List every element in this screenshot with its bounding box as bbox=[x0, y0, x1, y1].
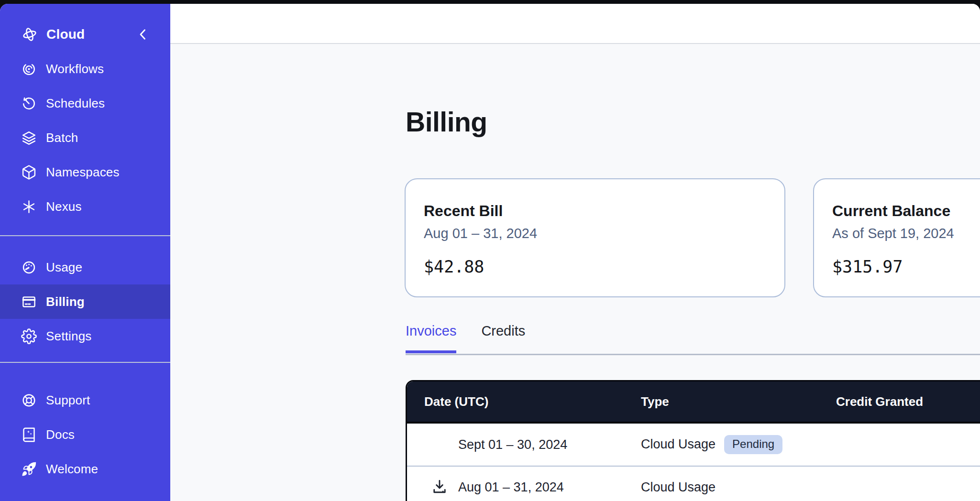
sidebar: Cloud Workflows bbox=[0, 4, 170, 501]
sidebar-item-settings[interactable]: Settings bbox=[0, 319, 170, 353]
card-as-of-date: As of Sept 19, 2024 bbox=[832, 226, 980, 241]
column-header-date: Date (UTC) bbox=[407, 394, 641, 409]
support-lifebuoy-icon bbox=[21, 392, 37, 408]
card-date-range: Aug 01 – 31, 2024 bbox=[424, 226, 766, 241]
sidebar-divider bbox=[0, 235, 170, 236]
sidebar-item-nexus[interactable]: Nexus bbox=[0, 189, 170, 224]
invoice-date: Sept 01 – 30, 2024 bbox=[458, 437, 567, 452]
usage-gauge-icon bbox=[21, 260, 37, 275]
nexus-asterisk-icon bbox=[21, 199, 37, 215]
tab-credits[interactable]: Credits bbox=[481, 323, 525, 353]
sidebar-collapse-button[interactable] bbox=[135, 26, 151, 43]
sidebar-item-label: Usage bbox=[46, 260, 82, 275]
batch-layers-icon bbox=[21, 130, 37, 146]
chevron-left-icon bbox=[135, 26, 151, 43]
download-icon-placeholder bbox=[430, 436, 449, 454]
invoice-row: Aug 01 – 31, 2024 Cloud Usage bbox=[407, 466, 980, 501]
sidebar-item-label: Workflows bbox=[46, 62, 104, 76]
sidebar-item-label: Billing bbox=[46, 294, 85, 309]
column-header-type: Type bbox=[641, 394, 836, 409]
table-header-row: Date (UTC) Type Credit Granted bbox=[407, 381, 980, 424]
invoice-date-cell: Sept 01 – 30, 2024 bbox=[407, 436, 641, 454]
sidebar-item-label: Batch bbox=[46, 131, 78, 145]
tab-invoices[interactable]: Invoices bbox=[406, 323, 456, 353]
workflows-spiral-icon bbox=[21, 61, 37, 77]
invoice-type-cell: Cloud Usage Pending bbox=[641, 435, 836, 454]
current-balance-card: Current Balance As of Sept 19, 2024 $315… bbox=[813, 178, 980, 297]
docs-book-icon bbox=[21, 427, 37, 443]
sidebar-item-usage[interactable]: Usage bbox=[0, 250, 170, 284]
sidebar-item-schedules[interactable]: Schedules bbox=[0, 86, 170, 120]
card-title: Recent Bill bbox=[424, 202, 766, 220]
tabs-divider bbox=[406, 354, 980, 355]
column-header-credit-granted: Credit Granted bbox=[836, 394, 980, 409]
app-window: Cloud Workflows bbox=[0, 4, 980, 501]
sidebar-item-docs[interactable]: Docs bbox=[0, 417, 170, 452]
sidebar-item-billing[interactable]: Billing bbox=[0, 284, 170, 319]
sidebar-divider bbox=[0, 362, 170, 363]
sidebar-title: Cloud bbox=[46, 27, 135, 42]
recent-bill-card: Recent Bill Aug 01 – 31, 2024 $42.88 bbox=[405, 178, 785, 297]
sidebar-item-label: Support bbox=[46, 393, 90, 408]
download-invoice-button[interactable] bbox=[430, 478, 449, 496]
download-icon bbox=[430, 478, 449, 496]
invoice-date-cell: Aug 01 – 31, 2024 bbox=[407, 478, 641, 496]
status-badge: Pending bbox=[724, 435, 782, 454]
billing-tabs: Invoices Credits bbox=[406, 323, 525, 353]
sidebar-item-namespaces[interactable]: Namespaces bbox=[0, 155, 170, 189]
temporal-orbit-icon bbox=[21, 26, 38, 43]
invoice-row: Sept 01 – 30, 2024 Cloud Usage Pending bbox=[407, 424, 980, 466]
card-amount: $42.88 bbox=[424, 257, 766, 276]
namespaces-cube-icon bbox=[21, 164, 37, 180]
sidebar-item-label: Welcome bbox=[46, 462, 98, 477]
sidebar-item-batch[interactable]: Batch bbox=[0, 120, 170, 155]
billing-card-icon bbox=[21, 294, 37, 310]
invoice-type: Cloud Usage bbox=[641, 480, 716, 495]
card-amount: $315.97 bbox=[832, 257, 980, 276]
settings-gear-icon bbox=[21, 328, 37, 344]
card-title: Current Balance bbox=[832, 202, 980, 220]
sidebar-item-welcome[interactable]: Welcome bbox=[0, 452, 170, 486]
sidebar-item-label: Docs bbox=[46, 427, 75, 442]
sidebar-item-label: Settings bbox=[46, 329, 92, 344]
welcome-rocket-icon bbox=[21, 461, 37, 477]
sidebar-item-label: Nexus bbox=[46, 199, 82, 214]
invoices-table: Date (UTC) Type Credit Granted Sept 01 –… bbox=[406, 380, 980, 501]
main-area: Billing Recent Bill Aug 01 – 31, 2024 $4… bbox=[170, 4, 980, 501]
schedules-timer-icon bbox=[21, 96, 37, 111]
sidebar-item-label: Namespaces bbox=[46, 165, 120, 180]
sidebar-item-support[interactable]: Support bbox=[0, 383, 170, 417]
sidebar-header: Cloud bbox=[0, 17, 170, 52]
billing-page: Billing Recent Bill Aug 01 – 31, 2024 $4… bbox=[170, 44, 980, 501]
invoice-date: Aug 01 – 31, 2024 bbox=[458, 480, 564, 495]
sidebar-item-workflows[interactable]: Workflows bbox=[0, 52, 170, 86]
page-title: Billing bbox=[406, 106, 487, 138]
top-bar bbox=[170, 4, 980, 44]
invoice-type: Cloud Usage bbox=[641, 437, 716, 452]
invoice-type-cell: Cloud Usage bbox=[641, 480, 836, 495]
sidebar-item-label: Schedules bbox=[46, 96, 105, 111]
